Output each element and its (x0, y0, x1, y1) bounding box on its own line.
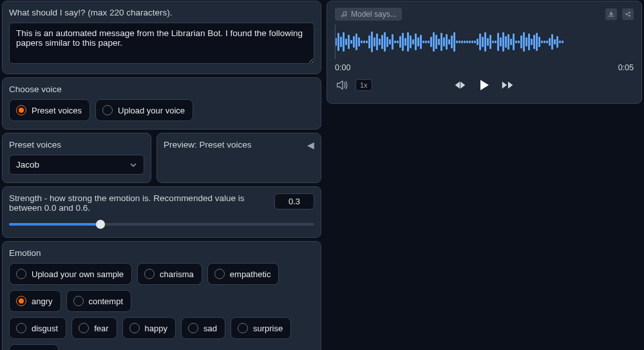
waveform-bar (410, 35, 412, 48)
upload-voice-radio[interactable]: Upload your voice (95, 99, 193, 121)
waveform-bar (430, 37, 432, 47)
skip-forward-button[interactable] (500, 78, 515, 92)
waveform-bar (497, 33, 499, 51)
waveform-bar (487, 38, 489, 46)
emotion-fear-radio[interactable]: fear (71, 317, 117, 339)
volume-button[interactable] (335, 78, 349, 92)
waveform-bar (526, 37, 527, 46)
radio-dot-icon (16, 105, 26, 115)
waveform-bar (466, 41, 468, 43)
slider-thumb[interactable] (96, 220, 105, 229)
waveform-bar (482, 37, 484, 47)
waveform-bar (374, 37, 375, 46)
emotion-radio-label: empathetic (230, 269, 271, 279)
waveform-bar (386, 37, 388, 47)
waveform-bar (407, 32, 409, 52)
waveform-bar (461, 41, 463, 43)
waveform-bar (549, 38, 551, 46)
waveform-bar (448, 39, 450, 44)
radio-dot-icon (238, 323, 248, 333)
waveform-bar (379, 39, 381, 45)
emotion-angry-radio[interactable]: angry (9, 290, 61, 312)
strength-slider[interactable] (9, 219, 314, 229)
waveform-bar (443, 37, 445, 46)
time-total: 0:05 (618, 63, 634, 72)
emotion-radio-label: angry (32, 297, 53, 306)
waveform-bar (446, 34, 448, 50)
emotion-disgust-radio[interactable]: disgust (9, 317, 66, 339)
waveform-display[interactable] (335, 27, 634, 57)
waveform-bar (422, 41, 424, 43)
waveform-bar (471, 41, 473, 43)
waveform-bar (397, 41, 399, 43)
emotion-radio-label: Upload your own sample (32, 269, 124, 279)
emotion-sad-radio[interactable]: sad (181, 317, 225, 339)
emotion-radio-label: happy (145, 324, 167, 333)
model-says-label: Model says... (351, 10, 397, 19)
preview-panel: Preview: Preset voices ◀ (156, 133, 321, 183)
waveform-bar (479, 34, 481, 50)
share-button[interactable] (622, 8, 634, 20)
preset-voice-select[interactable]: Jacob (9, 155, 144, 175)
waveform-bar (435, 35, 437, 49)
waveform-bar (343, 32, 345, 52)
waveform-bar (404, 38, 406, 46)
waveform-bar (340, 37, 342, 47)
music-icon (340, 11, 347, 18)
waveform-bar (394, 41, 396, 43)
download-button[interactable] (605, 8, 617, 20)
waveform-bar (368, 35, 370, 48)
waveform-bar (363, 41, 365, 43)
waveform-bar (536, 33, 538, 51)
emotion-contempt-radio[interactable]: contempt (66, 290, 131, 312)
waveform-bar (412, 39, 414, 44)
waveform-bar (538, 37, 540, 47)
waveform-bar (345, 39, 347, 45)
waveform-bar (510, 39, 512, 45)
upload-voice-radio-label: Upload your voice (118, 106, 185, 115)
download-icon (608, 11, 614, 17)
speech-text-input[interactable] (9, 23, 314, 64)
preset-voices-selector-panel: Preset voices Jacob (2, 133, 151, 183)
playback-speed-button[interactable]: 1x (355, 79, 372, 91)
radio-dot-icon (214, 269, 225, 279)
emotion-radio-label: surprise (253, 324, 283, 333)
waveform-bar (451, 35, 453, 48)
emotion-radio-label: charisma (160, 269, 194, 279)
emotion-charisma-radio[interactable]: charisma (137, 263, 202, 285)
emotion-aged-radio[interactable]: aged (9, 344, 59, 350)
waveform-bar (384, 32, 386, 52)
model-says-pill: Model says... (335, 8, 402, 21)
text-input-panel: What should I say!? (max 220 characters)… (2, 1, 321, 74)
skip-back-button[interactable] (453, 78, 467, 92)
emotion-upload-radio[interactable]: Upload your own sample (9, 263, 132, 285)
waveform-bar (556, 36, 558, 48)
emotion-surprise-radio[interactable]: surprise (231, 317, 291, 339)
strength-panel: Strength - how strong the emotion is. Re… (2, 186, 321, 238)
emotion-empathetic-radio[interactable]: empathetic (207, 263, 279, 285)
choose-voice-panel: Choose voice Preset voices Upload your v… (2, 77, 321, 130)
chevron-down-icon (129, 161, 137, 169)
waveform-bar (551, 34, 553, 50)
strength-input[interactable] (274, 193, 314, 209)
emotion-panel: Emotion Upload your own sample charisma … (2, 241, 321, 350)
text-input-label: What should I say!? (max 220 characters)… (9, 8, 314, 17)
skip-forward-icon (500, 78, 515, 92)
waveform-bar (425, 41, 427, 43)
preview-label: Preview: Preset voices (164, 140, 314, 150)
play-button[interactable] (476, 77, 491, 93)
waveform-bar (464, 41, 466, 43)
preview-play-icon[interactable]: ◀ (307, 140, 314, 150)
radio-dot-icon (188, 323, 198, 333)
waveform-bar (415, 34, 417, 50)
waveform-bar (518, 41, 520, 43)
preset-voices-radio[interactable]: Preset voices (9, 99, 90, 121)
radio-dot-icon (73, 296, 84, 306)
emotion-happy-radio[interactable]: happy (122, 317, 176, 339)
radio-dot-icon (16, 269, 26, 279)
waveform-bar (559, 41, 561, 43)
share-icon (625, 11, 631, 17)
waveform-bar (389, 39, 391, 44)
waveform-bar (361, 41, 363, 43)
volume-icon (335, 78, 349, 92)
